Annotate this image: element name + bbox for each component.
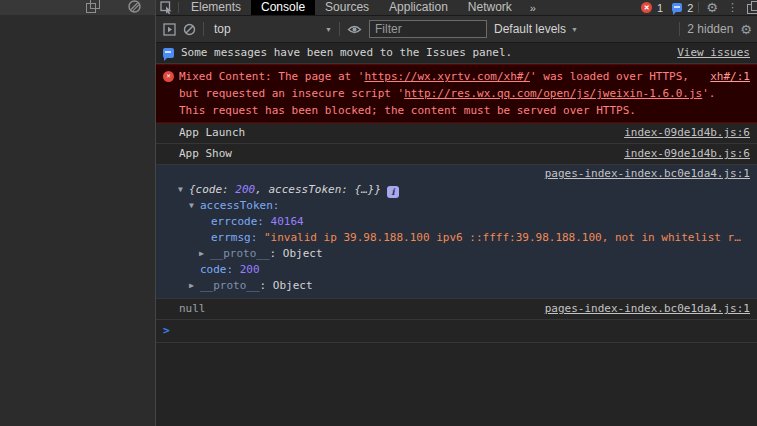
property-key: __proto__ xyxy=(200,279,260,292)
console-messages: Some messages have been moved to the Iss… xyxy=(156,43,757,343)
property-value: Object xyxy=(283,247,323,260)
error-icon: ✕ xyxy=(163,71,174,82)
tree-row-proto-inner[interactable]: ▶__proto__: Object xyxy=(156,246,757,262)
log-row: App Show index-09de1d4b.js:6 xyxy=(156,144,757,165)
issues-bubble-icon xyxy=(163,48,174,58)
tree-row-errcode: errcode: 40164 xyxy=(156,214,757,230)
log-text: App Show xyxy=(179,147,232,161)
log-text: null xyxy=(179,302,206,316)
preview-number: 200 xyxy=(235,183,255,196)
issues-info-text: Some messages have been moved to the Iss… xyxy=(181,46,512,60)
property-value: Object xyxy=(273,279,313,292)
property-key: accessToken: xyxy=(200,199,279,212)
log-source-link[interactable]: pages-index-index.bc0e1da4.js:1 xyxy=(545,167,750,180)
colon: : xyxy=(270,247,277,260)
console-prompt[interactable]: > xyxy=(156,320,757,343)
log-levels-select[interactable]: Default levels ▼ xyxy=(494,22,578,36)
error-count[interactable]: 1 xyxy=(657,2,663,14)
property-key: errmsg: xyxy=(211,231,257,244)
live-expression-eye-icon[interactable] xyxy=(347,23,362,36)
preview-text: {code: xyxy=(189,183,235,196)
filter-input[interactable] xyxy=(369,20,487,38)
divider xyxy=(203,22,204,36)
tab-sources[interactable]: Sources xyxy=(315,0,379,15)
collapse-triangle-icon[interactable]: ▼ xyxy=(178,182,189,198)
devtools-panel: Elements Console Sources Application Net… xyxy=(155,0,757,426)
issues-info-bar: Some messages have been moved to the Iss… xyxy=(156,43,757,64)
mixed-content-error: ✕ Mixed Content: The page at 'https://wx… xyxy=(156,64,757,123)
error-script-url-link[interactable]: http://res.wx.qq.com/open/js/jweixin-1.6… xyxy=(404,87,702,100)
log-source-link[interactable]: pages-index-index.bc0e1da4.js:1 xyxy=(545,302,750,316)
issue-count[interactable]: 2 xyxy=(687,2,693,14)
error-text: ' was loaded over HTTPS, xyxy=(530,70,689,83)
object-preview-row[interactable]: ▼{code: 200, accessToken: {…}}i xyxy=(156,182,757,198)
kebab-menu-icon[interactable]: ⋮ xyxy=(723,1,742,14)
expand-triangle-icon[interactable]: ▶ xyxy=(199,246,210,262)
tab-elements[interactable]: Elements xyxy=(181,0,251,15)
error-text: but requested an insecure script ' xyxy=(179,87,404,100)
log-row: null pages-index-index.bc0e1da4.js:1 xyxy=(156,299,757,320)
frame-context-value: top xyxy=(214,22,231,36)
issues-bubble-icon[interactable] xyxy=(672,3,682,12)
property-key: errcode: xyxy=(211,215,264,228)
chevron-down-icon: ▼ xyxy=(325,26,332,33)
tree-row-proto-outer[interactable]: ▶__proto__: Object xyxy=(156,278,757,294)
colon: : xyxy=(260,279,267,292)
object-log-group: pages-index-index.bc0e1da4.js:1 ▼{code: … xyxy=(156,165,757,299)
log-levels-value: Default levels xyxy=(494,22,566,36)
page-top-strip xyxy=(0,0,155,15)
log-source-link[interactable]: index-09de1d4b.js:6 xyxy=(624,147,750,161)
collapse-triangle-icon[interactable]: ▼ xyxy=(189,198,200,214)
preview-text: , accessToken: {…}} xyxy=(255,183,381,196)
more-tabs-icon[interactable]: » xyxy=(522,2,544,14)
error-text: '. xyxy=(702,87,715,100)
property-key: __proto__ xyxy=(210,247,270,260)
log-source-link[interactable]: index-09de1d4b.js:6 xyxy=(624,126,750,140)
log-text: App Launch xyxy=(179,126,245,140)
tab-application[interactable]: Application xyxy=(379,0,458,15)
error-page-url-link[interactable]: https://wx.xyrtv.com/xh#/ xyxy=(364,70,530,83)
divider xyxy=(339,22,340,36)
tree-row-errmsg: errmsg: "invalid ip 39.98.188.100 ipv6 :… xyxy=(156,230,757,246)
page-background xyxy=(0,0,155,426)
log-row: App Launch index-09de1d4b.js:6 xyxy=(156,123,757,144)
property-value: "invalid ip 39.98.188.100 ipv6 ::ffff:39… xyxy=(264,231,741,244)
inspect-element-icon[interactable] xyxy=(156,1,178,14)
error-source-link[interactable]: xh#/:1 xyxy=(710,68,750,85)
overlapping-windows-icon xyxy=(86,0,99,13)
console-settings-gear-icon[interactable]: ⚙ xyxy=(740,23,752,36)
divider xyxy=(178,2,179,13)
hidden-messages-count: 2 hidden xyxy=(687,22,733,36)
error-text: This request has been blocked; the conte… xyxy=(179,102,750,119)
clear-console-icon[interactable] xyxy=(183,23,196,36)
property-value: 200 xyxy=(240,263,260,276)
prompt-chevron-icon: > xyxy=(163,324,170,337)
expand-triangle-icon[interactable]: ▶ xyxy=(189,278,200,294)
divider xyxy=(698,2,699,13)
tab-network[interactable]: Network xyxy=(458,0,522,15)
console-sidebar-toggle-icon[interactable] xyxy=(163,23,176,36)
media-blocked-icon xyxy=(127,0,142,18)
error-text: Mixed Content: The page at ' xyxy=(179,70,364,83)
tree-row-accessToken[interactable]: ▼accessToken: xyxy=(156,198,757,214)
tab-console[interactable]: Console xyxy=(251,0,315,15)
dock-side-icon[interactable] xyxy=(747,2,757,14)
property-value: 40164 xyxy=(271,215,304,228)
tree-row-code: code: 200 xyxy=(156,262,757,278)
divider xyxy=(679,22,680,36)
frame-context-select[interactable]: top ▼ xyxy=(211,22,332,36)
view-issues-link[interactable]: View issues xyxy=(677,46,750,60)
error-badge-icon[interactable]: ✕ xyxy=(641,2,652,13)
settings-gear-icon[interactable]: ⚙ xyxy=(706,1,718,14)
console-toolbar: top ▼ Default levels ▼ 2 hidden ⚙ xyxy=(156,16,757,43)
devtools-tab-bar: Elements Console Sources Application Net… xyxy=(156,0,757,16)
chevron-down-icon: ▼ xyxy=(571,26,578,33)
property-key: code: xyxy=(200,263,233,276)
evaluated-value-icon: i xyxy=(387,186,399,198)
